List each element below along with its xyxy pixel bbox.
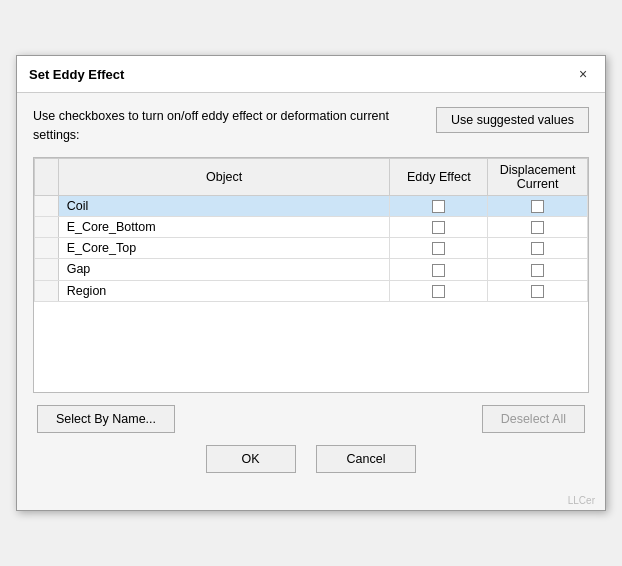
close-button[interactable]: × — [573, 64, 593, 84]
header-displacement-current: Displacement Current — [488, 158, 588, 195]
table-row[interactable]: E_Core_Top — [35, 238, 588, 259]
object-name: Coil — [58, 195, 390, 216]
displacement-current-checkbox[interactable] — [531, 242, 544, 255]
table-row[interactable]: Coil — [35, 195, 588, 216]
ok-button[interactable]: OK — [206, 445, 296, 473]
dialog-body: Use checkboxes to turn on/off eddy effec… — [17, 93, 605, 493]
watermark: LLCer — [17, 493, 605, 510]
deselect-all-button[interactable]: Deselect All — [482, 405, 585, 433]
eddy-effect-checkbox[interactable] — [432, 221, 445, 234]
top-row: Use checkboxes to turn on/off eddy effec… — [33, 107, 589, 145]
eddy-effect-checkbox[interactable] — [432, 264, 445, 277]
displacement-current-checkbox-cell[interactable] — [488, 216, 588, 237]
header-empty — [35, 158, 59, 195]
eddy-effect-checkbox[interactable] — [432, 200, 445, 213]
eddy-effect-checkbox-cell[interactable] — [390, 238, 488, 259]
bottom-buttons: Select By Name... Deselect All — [33, 405, 589, 433]
dialog-title: Set Eddy Effect — [29, 67, 124, 82]
displacement-current-checkbox[interactable] — [531, 264, 544, 277]
table-header-row: Object Eddy Effect Displacement Current — [35, 158, 588, 195]
eddy-effect-checkbox[interactable] — [432, 242, 445, 255]
row-number — [35, 195, 59, 216]
eddy-effect-checkbox-cell[interactable] — [390, 259, 488, 280]
header-eddy-effect: Eddy Effect — [390, 158, 488, 195]
eddy-effect-checkbox-cell[interactable] — [390, 216, 488, 237]
row-number — [35, 280, 59, 301]
description-text: Use checkboxes to turn on/off eddy effec… — [33, 107, 393, 145]
displacement-current-checkbox-cell[interactable] — [488, 280, 588, 301]
empty-table-area — [34, 302, 588, 392]
object-name: Region — [58, 280, 390, 301]
row-number — [35, 259, 59, 280]
eddy-effect-checkbox[interactable] — [432, 285, 445, 298]
table-row[interactable]: Gap — [35, 259, 588, 280]
table-row[interactable]: Region — [35, 280, 588, 301]
displacement-current-checkbox-cell[interactable] — [488, 238, 588, 259]
row-number — [35, 216, 59, 237]
eddy-effect-table-container: Object Eddy Effect Displacement Current … — [33, 157, 589, 393]
displacement-current-checkbox-cell[interactable] — [488, 195, 588, 216]
displacement-current-checkbox[interactable] — [531, 221, 544, 234]
use-suggested-values-button[interactable]: Use suggested values — [436, 107, 589, 133]
cancel-button[interactable]: Cancel — [316, 445, 417, 473]
object-name: E_Core_Bottom — [58, 216, 390, 237]
set-eddy-effect-dialog: Set Eddy Effect × Use checkboxes to turn… — [16, 55, 606, 511]
row-number — [35, 238, 59, 259]
select-by-name-button[interactable]: Select By Name... — [37, 405, 175, 433]
displacement-current-checkbox[interactable] — [531, 200, 544, 213]
eddy-effect-checkbox-cell[interactable] — [390, 280, 488, 301]
title-bar: Set Eddy Effect × — [17, 56, 605, 93]
eddy-effect-table: Object Eddy Effect Displacement Current … — [34, 158, 588, 302]
header-object: Object — [58, 158, 390, 195]
action-row: OK Cancel — [33, 445, 589, 479]
displacement-current-checkbox[interactable] — [531, 285, 544, 298]
displacement-current-checkbox-cell[interactable] — [488, 259, 588, 280]
eddy-effect-checkbox-cell[interactable] — [390, 195, 488, 216]
table-row[interactable]: E_Core_Bottom — [35, 216, 588, 237]
object-name: Gap — [58, 259, 390, 280]
object-name: E_Core_Top — [58, 238, 390, 259]
